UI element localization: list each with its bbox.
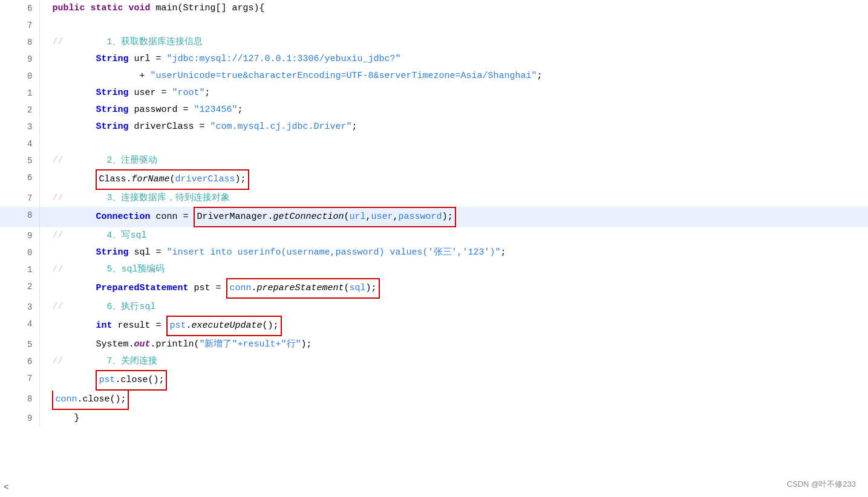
code-line: // 5、sql预编码 (40, 261, 868, 278)
scroll-indicator: < (4, 482, 8, 492)
table-row: 7 // 3、连接数据库，待到连接对象 (0, 190, 868, 207)
code-line: pst.close(); (40, 370, 868, 391)
table-row: 0 + "userUnicode=true&characterEncoding=… (0, 68, 868, 85)
code-line: public static void main(String[] args){ (40, 0, 868, 17)
line-number: 7 (0, 190, 40, 207)
line-number: 8 (0, 207, 40, 227)
table-row: 2 PreparedStatement pst = conn.prepareSt… (0, 278, 868, 299)
table-row: 4 (0, 135, 868, 152)
line-number: 6 (0, 169, 40, 190)
line-number: 4 (0, 316, 40, 336)
code-line: String driverClass = "com.mysql.cj.jdbc.… (40, 119, 868, 135)
code-line: int result = pst.executeUpdate(); (40, 316, 868, 336)
code-line (40, 17, 868, 34)
line-number: 9 (0, 410, 40, 427)
table-row: 8 conn.close(); (0, 391, 868, 410)
table-row: 8 // 1、获取数据库连接信息 (0, 34, 868, 51)
watermark: CSDN @叶不修233 (787, 479, 856, 490)
table-row: 6 public static void main(String[] args)… (0, 0, 868, 17)
table-row: 1 String user = "root"; (0, 85, 868, 102)
table-row: 3 // 6、执行sql (0, 299, 868, 316)
code-line: Connection conn = DriverManager.getConne… (40, 207, 868, 227)
code-line: conn.close(); (40, 391, 868, 410)
table-row: 5 // 2、注册驱动 (0, 152, 868, 169)
code-line (40, 135, 868, 152)
table-row: 7 pst.close(); (0, 370, 868, 391)
table-row: 6 Class.forName(driverClass); (0, 169, 868, 190)
code-line: // 3、连接数据库，待到连接对象 (40, 190, 868, 207)
line-number: 5 (0, 336, 40, 353)
line-number: 0 (0, 244, 40, 261)
line-number: 2 (0, 278, 40, 299)
table-row: 4 int result = pst.executeUpdate(); (0, 316, 868, 336)
table-row: 9 // 4、写sql (0, 227, 868, 244)
code-editor: 6 public static void main(String[] args)… (0, 0, 868, 497)
table-row: 5 System.out.println("新增了"+result+"行"); (0, 336, 868, 353)
code-line: // 1、获取数据库连接信息 (40, 34, 868, 51)
table-row: 6 // 7、关闭连接 (0, 353, 868, 370)
table-row: 0 String sql = "insert into userinfo(use… (0, 244, 868, 261)
line-number: 3 (0, 119, 40, 135)
code-line: // 2、注册驱动 (40, 152, 868, 169)
code-line: String sql = "insert into userinfo(usern… (40, 244, 868, 261)
line-number: 9 (0, 51, 40, 68)
line-number: 3 (0, 299, 40, 316)
code-line: // 7、关闭连接 (40, 353, 868, 370)
line-number: 8 (0, 34, 40, 51)
code-line: } (40, 410, 868, 427)
table-row: 8 Connection conn = DriverManager.getCon… (0, 207, 868, 227)
line-number: 6 (0, 353, 40, 370)
line-number: 4 (0, 135, 40, 152)
line-number: 7 (0, 17, 40, 34)
table-row: 7 (0, 17, 868, 34)
line-number: 2 (0, 102, 40, 119)
code-table: 6 public static void main(String[] args)… (0, 0, 868, 427)
table-row: 2 String password = "123456"; (0, 102, 868, 119)
code-line: String password = "123456"; (40, 102, 868, 119)
code-line: // 4、写sql (40, 227, 868, 244)
table-row: 3 String driverClass = "com.mysql.cj.jdb… (0, 119, 868, 135)
line-number: 9 (0, 227, 40, 244)
line-number: 6 (0, 0, 40, 17)
line-number: 5 (0, 152, 40, 169)
table-row: 1 // 5、sql预编码 (0, 261, 868, 278)
table-row: 9 String url = "jdbc:mysql://127.0.0.1:3… (0, 51, 868, 68)
code-line: System.out.println("新增了"+result+"行"); (40, 336, 868, 353)
code-line: + "userUnicode=true&characterEncoding=UT… (40, 68, 868, 85)
line-number: 0 (0, 68, 40, 85)
code-line: PreparedStatement pst = conn.prepareStat… (40, 278, 868, 299)
line-number: 1 (0, 85, 40, 102)
code-line: // 6、执行sql (40, 299, 868, 316)
line-number: 1 (0, 261, 40, 278)
code-line: Class.forName(driverClass); (40, 169, 868, 190)
table-row: 9 } (0, 410, 868, 427)
code-line: String url = "jdbc:mysql://127.0.0.1:330… (40, 51, 868, 68)
line-number: 7 (0, 370, 40, 391)
line-number: 8 (0, 391, 40, 410)
code-line: String user = "root"; (40, 85, 868, 102)
